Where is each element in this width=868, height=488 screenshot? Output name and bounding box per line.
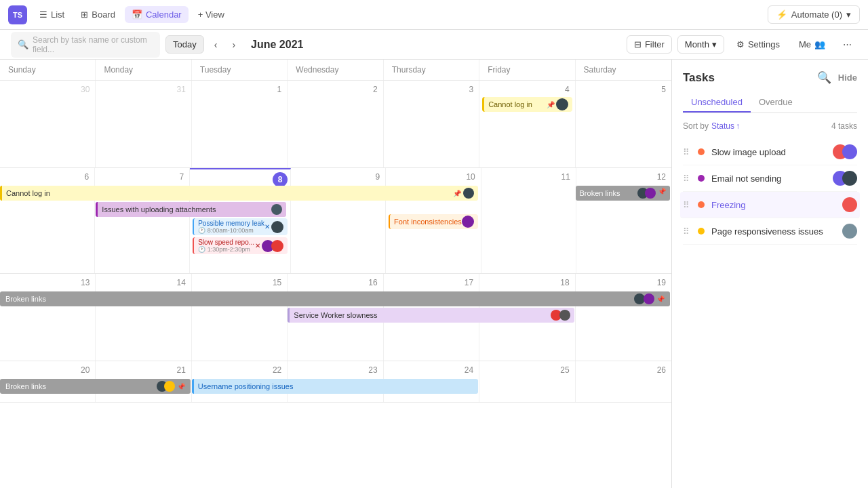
nav-board[interactable]: ⊞ Board [74, 6, 122, 23]
tasks-hide-button[interactable]: Hide [838, 73, 857, 83]
calendar-header: Sunday Monday Tuesday Wednesday Thursday… [0, 60, 671, 81]
cal-cell-jun26[interactable]: 26 [576, 361, 671, 402]
task-status-dot [698, 175, 705, 182]
cal-cell-jun14[interactable]: 14 [96, 274, 191, 361]
date-label: 9 [294, 171, 382, 183]
cal-cell-may31[interactable]: 31 [96, 81, 191, 167]
task-avatar-2 [842, 171, 857, 186]
event-cannot-log-in[interactable]: Cannot log in 📌 [482, 97, 572, 112]
filter-button[interactable]: ⊟ Filter [627, 35, 672, 54]
task-name: Page responsiveness issues [711, 226, 835, 237]
day-header-tuesday: Tuesday [192, 60, 288, 80]
cal-cell-jun3[interactable]: 3 [384, 81, 479, 167]
span-upload-issues[interactable]: Issues with uploading attachments [96, 202, 286, 217]
month-selector[interactable]: Month ▾ [677, 35, 724, 54]
date-label: 5 [578, 83, 669, 96]
task-item-2: ⠿ Email not sending [683, 165, 857, 192]
cal-cell-jun11[interactable]: 11 [481, 168, 576, 273]
task-item-4: ⠿ Page responsiveness issues [683, 218, 857, 245]
day-header-saturday: Saturday [576, 60, 671, 80]
cal-cell-jun13[interactable]: 13 [0, 274, 96, 361]
task-name: Freezing [711, 200, 835, 210]
event-memory-leak[interactable]: Possible memory leak 🕐 8:00am-10:00am ✕ [193, 218, 288, 235]
cal-cell-jun15[interactable]: 15 [192, 274, 288, 361]
drag-handle[interactable]: ⠿ [683, 174, 690, 184]
task-name: Email not sending [711, 174, 826, 184]
date-label: 20 [3, 364, 92, 376]
date-label: 12 [579, 171, 669, 183]
cal-cell-jun19[interactable]: 19 [576, 274, 671, 361]
cal-cell-jun6[interactable]: 6 [0, 168, 95, 273]
cal-cell-jun8[interactable]: 8 Possible memory leak 🕐 8:00am-10:00am … [190, 168, 291, 273]
search-icon: 🔍 [18, 39, 28, 49]
next-month-button[interactable]: › [227, 36, 240, 54]
settings-button[interactable]: ⚙ Settings [730, 36, 787, 53]
cal-cell-jun1[interactable]: 1 [192, 81, 288, 167]
more-options-button[interactable]: ⋯ [837, 36, 857, 53]
day-header-sunday: Sunday [0, 60, 96, 80]
pin-icon: 📌 [656, 296, 665, 303]
today-button[interactable]: Today [165, 35, 204, 54]
date-label: 16 [290, 277, 380, 289]
date-label: 23 [290, 364, 380, 376]
main-content: Sunday Monday Tuesday Wednesday Thursday… [0, 60, 868, 488]
calendar-week-2: 6 7 8 Possible memory leak 🕐 8:00am-1 [0, 168, 671, 274]
date-label: 6 [3, 171, 92, 183]
cal-cell-jun5[interactable]: 5 [576, 81, 671, 167]
span-broken-links-w3[interactable]: Broken links 📌 [0, 291, 670, 306]
span-cannot-log-in[interactable]: Cannot log in 📌 [0, 186, 478, 201]
tab-unscheduled[interactable]: Unscheduled [683, 93, 751, 113]
event-slow-speed[interactable]: Slow speed repo... 🕐 1:30pm-2:30pm ✕ [193, 237, 288, 254]
cal-cell-jun9[interactable]: 9 [291, 168, 386, 273]
drag-handle[interactable]: ⠿ [683, 226, 690, 237]
event-font-inconsistencies[interactable]: Font inconsistencies [389, 214, 478, 229]
date-label: 18 [482, 277, 572, 289]
span-broken-links[interactable]: Broken links 📌 [576, 186, 670, 201]
cal-cell-jun4[interactable]: 4 Cannot log in 📌 [479, 81, 575, 167]
drag-handle[interactable]: ⠿ [683, 147, 690, 157]
pin-icon: 📌 [658, 188, 666, 199]
search-placeholder: Search by task name or custom field... [33, 35, 153, 54]
month-title: June 2021 [245, 39, 309, 51]
cal-cell-may30[interactable]: 30 [0, 81, 96, 167]
close-icon[interactable]: ✕ [255, 242, 260, 249]
span-username-positioning[interactable]: Username positioning issues [192, 379, 478, 394]
task-item-3: ⠿ Freezing [680, 192, 860, 218]
day-header-wednesday: Wednesday [288, 60, 383, 80]
nav-calendar[interactable]: 📅 Calendar [125, 6, 189, 23]
calendar-view: Sunday Monday Tuesday Wednesday Thursday… [0, 60, 671, 488]
list-icon: ☰ [39, 9, 47, 20]
span-broken-links-w4[interactable]: Broken links 📌 [0, 379, 191, 394]
add-view-button[interactable]: + View [191, 6, 231, 23]
automate-button[interactable]: ⚡ Automate (0) ▾ [768, 5, 860, 24]
cal-cell-jun10[interactable]: 10 Font inconsistencies [386, 168, 481, 273]
automate-icon: ⚡ [776, 9, 787, 20]
event-avatar-2 [271, 240, 283, 252]
date-label: 11 [484, 171, 573, 183]
event-avatar-2 [164, 381, 175, 392]
calendar-body: 30 31 1 2 3 4 [0, 81, 671, 488]
prev-month-button[interactable]: ‹ [210, 36, 222, 54]
cal-cell-jun2[interactable]: 2 [288, 81, 383, 167]
close-icon[interactable]: ✕ [264, 223, 270, 230]
tasks-tabs: Unscheduled Overdue [683, 93, 857, 113]
date-label: 13 [3, 277, 92, 289]
tab-overdue[interactable]: Overdue [751, 93, 801, 113]
search-box[interactable]: 🔍 Search by task name or custom field... [11, 32, 160, 58]
task-avatar [842, 224, 857, 239]
date-label: 2 [290, 83, 380, 96]
cal-cell-jun25[interactable]: 25 [479, 361, 575, 402]
cal-cell-jun7[interactable]: 7 [95, 168, 190, 273]
chevron-down-icon: ▾ [846, 9, 851, 20]
tasks-search-icon[interactable]: 🔍 [817, 70, 831, 85]
task-status-dot [698, 148, 705, 155]
cal-cell-jun12[interactable]: 12 [576, 168, 671, 273]
calendar-week-3: 13 14 15 16 17 18 [0, 274, 671, 361]
date-label: 21 [98, 364, 188, 376]
me-filter-button[interactable]: Me 👥 [792, 36, 832, 53]
drag-handle[interactable]: ⠿ [683, 200, 690, 210]
sort-status-link[interactable]: Status ↑ [711, 121, 740, 131]
event-avatar [556, 98, 568, 110]
span-service-worker[interactable]: Service Worker slowness [288, 308, 574, 323]
nav-list[interactable]: ☰ List [33, 6, 71, 23]
